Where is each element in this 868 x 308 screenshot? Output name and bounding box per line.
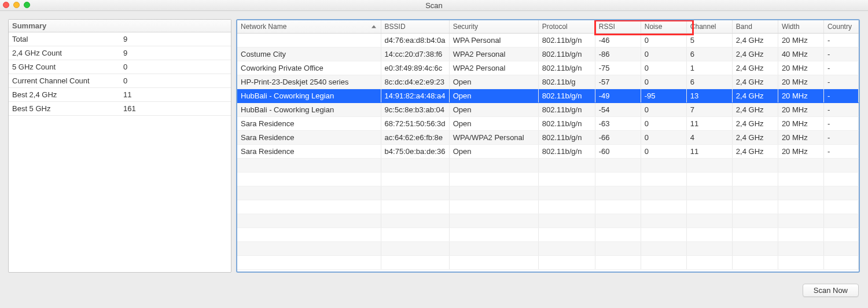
cell-channel: 7 [686, 103, 732, 117]
scan-now-button[interactable]: Scan Now [803, 284, 859, 297]
pane-drag-handle[interactable] [236, 138, 238, 153]
cell-band: 2,4 GHz [732, 47, 778, 61]
summary-label: Current Channel Count [12, 76, 123, 85]
cell-noise: 0 [641, 145, 686, 159]
cell-noise: 0 [641, 34, 686, 47]
table-row[interactable]: Coworking Private Officee0:3f:49:89:4c:6… [237, 61, 859, 75]
cell-rssi: -54 [595, 103, 641, 117]
col-header-width[interactable]: Width [778, 20, 823, 34]
summary-value: 9 [123, 35, 227, 43]
summary-row: Total9 [9, 32, 231, 46]
cell-protocol: 802.11b/g/n [538, 117, 595, 131]
bottom-bar: Scan Now [0, 281, 868, 299]
cell-security: WPA/WPA2 Personal [449, 131, 538, 145]
table-row[interactable]: Costume City14:cc:20:d7:38:f6WPA2 Person… [237, 47, 859, 61]
cell-rssi: -63 [595, 117, 641, 131]
summary-value: 161 [123, 104, 227, 113]
summary-label: Total [12, 35, 123, 43]
table-row[interactable]: HubBali - Coworking Legian14:91:82:a4:48… [237, 89, 859, 103]
networks-table: Network Name BSSID Security Protocol RSS… [237, 20, 859, 270]
cell-rssi: -46 [595, 34, 641, 47]
close-icon[interactable] [3, 2, 9, 8]
cell-band: 2,4 GHz [732, 103, 778, 117]
table-row[interactable]: Sara Residenceac:64:62:e6:fb:8eWPA/WPA2 … [237, 131, 859, 145]
cell-bssid: 14:91:82:a4:48:a4 [381, 89, 449, 103]
table-row[interactable]: Sara Residence68:72:51:50:56:3dOpen802.1… [237, 117, 859, 131]
maximize-icon[interactable] [24, 2, 30, 8]
col-header-rssi[interactable]: RSSI [595, 20, 641, 34]
cell-name: HubBali - Coworking Legian [237, 103, 381, 117]
cell-country: - [823, 61, 858, 75]
cell-channel: 6 [686, 47, 732, 61]
cell-noise: 0 [641, 47, 686, 61]
col-header-protocol[interactable]: Protocol [538, 20, 595, 34]
cell-channel: 1 [686, 61, 732, 75]
cell-rssi: -75 [595, 61, 641, 75]
cell-protocol: 802.11b/g/n [538, 89, 595, 103]
cell-noise: 0 [641, 75, 686, 89]
cell-band: 2,4 GHz [732, 75, 778, 89]
cell-name: Coworking Private Office [237, 61, 381, 75]
cell-channel: 6 [686, 75, 732, 89]
cell-country: - [823, 103, 858, 117]
cell-country: - [823, 75, 858, 89]
cell-name: Sara Residence [237, 117, 381, 131]
col-header-channel[interactable]: Channel [686, 20, 732, 34]
cell-bssid: 68:72:51:50:56:3d [381, 117, 449, 131]
cell-protocol: 802.11b/g/n [538, 61, 595, 75]
table-row[interactable]: HubBali - Coworking Legian9c:5c:8e:b3:ab… [237, 103, 859, 117]
cell-protocol: 802.11b/g/n [538, 131, 595, 145]
cell-channel: 11 [686, 117, 732, 131]
cell-band: 2,4 GHz [732, 34, 778, 47]
cell-width: 20 MHz [778, 145, 823, 159]
summary-row: Current Channel Count0 [9, 74, 231, 88]
table-row [237, 256, 859, 270]
col-header-country[interactable]: Country [823, 20, 858, 34]
cell-country: - [823, 47, 858, 61]
col-header-network-name[interactable]: Network Name [237, 20, 381, 34]
cell-band: 2,4 GHz [732, 117, 778, 131]
table-row[interactable]: Sara Residenceb4:75:0e:ba:de:36Open802.1… [237, 145, 859, 159]
summary-heading: Summary [9, 20, 231, 32]
cell-channel: 13 [686, 89, 732, 103]
cell-rssi: -57 [595, 75, 641, 89]
col-header-bssid[interactable]: BSSID [381, 20, 449, 34]
window-title: Scan [425, 1, 443, 10]
table-row [237, 200, 859, 214]
summary-panel: Summary Total92,4 GHz Count95 GHz Count0… [8, 19, 231, 273]
col-header-band[interactable]: Band [732, 20, 778, 34]
summary-row: 5 GHz Count0 [9, 60, 231, 74]
cell-bssid: d4:76:ea:d8:b4:0a [381, 34, 449, 47]
window-controls [3, 2, 30, 8]
table-row [237, 159, 859, 173]
cell-noise: 0 [641, 103, 686, 117]
cell-width: 20 MHz [778, 103, 823, 117]
cell-country: - [823, 34, 858, 47]
cell-channel: 11 [686, 145, 732, 159]
table-row [237, 214, 859, 228]
minimize-icon[interactable] [13, 2, 20, 8]
cell-width: 20 MHz [778, 75, 823, 89]
cell-protocol: 802.11b/g/n [538, 145, 595, 159]
cell-name [237, 34, 381, 47]
cell-channel: 4 [686, 131, 732, 145]
cell-country: - [823, 131, 858, 145]
cell-name: Sara Residence [237, 131, 381, 145]
cell-country: - [823, 117, 858, 131]
table-row[interactable]: d4:76:ea:d8:b4:0aWPA Personal802.11b/g/n… [237, 34, 859, 47]
table-row [237, 186, 859, 200]
table-row[interactable]: HP-Print-23-Deskjet 2540 series8c:dc:d4:… [237, 75, 859, 89]
summary-label: Best 5 GHz [12, 104, 123, 113]
cell-bssid: e0:3f:49:89:4c:6c [381, 61, 449, 75]
table-row [237, 228, 859, 242]
summary-value: 9 [123, 49, 227, 57]
cell-width: 20 MHz [778, 131, 823, 145]
titlebar: Scan [0, 0, 868, 11]
col-header-noise[interactable]: Noise [641, 20, 686, 34]
cell-noise: 0 [641, 117, 686, 131]
cell-band: 2,4 GHz [732, 145, 778, 159]
cell-width: 20 MHz [778, 34, 823, 47]
cell-bssid: 14:cc:20:d7:38:f6 [381, 47, 449, 61]
summary-label: 2,4 GHz Count [12, 49, 123, 57]
col-header-security[interactable]: Security [449, 20, 538, 34]
